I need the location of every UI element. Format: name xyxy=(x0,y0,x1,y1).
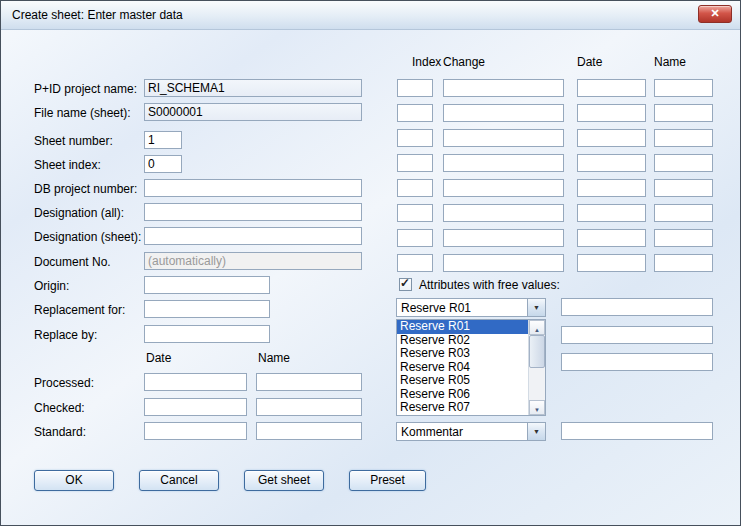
list-items: Reserve R01 Reserve R02 Reserve R03 Rese… xyxy=(397,320,529,415)
revision-row xyxy=(397,254,713,272)
replace-by-input[interactable] xyxy=(144,325,270,343)
index-header: Index xyxy=(412,55,441,69)
revision-name-input[interactable] xyxy=(654,179,713,197)
revision-change-input[interactable] xyxy=(443,79,564,97)
list-item-reserve-r01[interactable]: Reserve R01 xyxy=(397,320,529,334)
file-name-label: File name (sheet): xyxy=(34,106,131,120)
name-header: Name xyxy=(654,55,686,69)
list-item-reserve-r05[interactable]: Reserve R05 xyxy=(397,374,529,388)
revision-date-input[interactable] xyxy=(577,204,646,222)
comment-value-input[interactable] xyxy=(561,422,713,440)
revision-name-input[interactable] xyxy=(654,254,713,272)
designation-sheet-input[interactable] xyxy=(144,227,362,245)
revision-name-input[interactable] xyxy=(654,79,713,97)
date-header: Date xyxy=(577,55,602,69)
revision-name-input[interactable] xyxy=(654,129,713,147)
free-values-combo-value: Reserve R01 xyxy=(401,301,526,315)
revision-date-input[interactable] xyxy=(577,229,646,247)
scroll-up-icon: ▲ xyxy=(534,327,540,333)
free-value-input-2[interactable] xyxy=(561,326,713,344)
list-item-reserve-r02[interactable]: Reserve R02 xyxy=(397,334,529,348)
revision-date-input[interactable] xyxy=(577,254,646,272)
designation-all-input[interactable] xyxy=(144,203,362,221)
list-item-reserve-r03[interactable]: Reserve R03 xyxy=(397,347,529,361)
checked-name-input[interactable] xyxy=(256,398,362,416)
ok-button[interactable]: OK xyxy=(34,470,114,491)
revision-change-input[interactable] xyxy=(443,204,564,222)
revision-index-input[interactable] xyxy=(397,229,433,247)
free-value-input-1[interactable] xyxy=(561,298,713,316)
revision-change-input[interactable] xyxy=(443,179,564,197)
sheet-index-label: Sheet index: xyxy=(34,158,101,172)
attributes-checkbox[interactable]: ✓ xyxy=(399,278,412,291)
replacement-for-input[interactable] xyxy=(144,300,270,318)
cancel-button[interactable]: Cancel xyxy=(139,470,219,491)
sheet-number-input[interactable] xyxy=(144,131,182,149)
sheet-index-input[interactable] xyxy=(144,155,182,173)
revision-date-input[interactable] xyxy=(577,104,646,122)
list-scrollbar[interactable]: ▲ ▼ xyxy=(528,320,545,415)
checked-date-input[interactable] xyxy=(144,398,247,416)
create-sheet-dialog: Create sheet: Enter master data ✕ P+ID p… xyxy=(0,0,741,526)
free-value-input-3[interactable] xyxy=(561,353,713,371)
pid-project-name-input[interactable] xyxy=(144,79,362,97)
combo-dropdown-button[interactable]: ▼ xyxy=(527,299,545,316)
get-sheet-button[interactable]: Get sheet xyxy=(244,470,324,491)
revision-change-input[interactable] xyxy=(443,229,564,247)
list-item-reserve-r06[interactable]: Reserve R06 xyxy=(397,388,529,402)
close-icon: ✕ xyxy=(710,7,719,19)
revision-date-input[interactable] xyxy=(577,129,646,147)
free-values-list: Reserve R01 Reserve R02 Reserve R03 Rese… xyxy=(396,319,546,416)
scroll-down-icon: ▼ xyxy=(534,407,540,413)
revision-index-input[interactable] xyxy=(397,129,433,147)
processed-name-input[interactable] xyxy=(256,373,362,391)
revision-row xyxy=(397,104,713,122)
title-bar[interactable]: Create sheet: Enter master data ✕ xyxy=(1,1,740,30)
replace-by-label: Replace by: xyxy=(34,328,97,342)
dialog-title: Create sheet: Enter master data xyxy=(12,8,183,22)
comment-combo-value: Kommentar xyxy=(401,425,526,439)
standard-date-input[interactable] xyxy=(144,422,247,440)
revision-change-input[interactable] xyxy=(443,154,564,172)
revision-index-input[interactable] xyxy=(397,179,433,197)
revision-change-input[interactable] xyxy=(443,104,564,122)
revision-index-input[interactable] xyxy=(397,104,433,122)
revision-date-input[interactable] xyxy=(577,154,646,172)
preset-button[interactable]: Preset xyxy=(349,470,426,491)
free-values-combo[interactable]: Reserve R01 ▼ xyxy=(396,298,546,317)
chevron-down-icon: ▼ xyxy=(533,428,540,435)
revision-row xyxy=(397,179,713,197)
revision-name-input[interactable] xyxy=(654,229,713,247)
document-no-input xyxy=(144,252,362,270)
revision-date-input[interactable] xyxy=(577,179,646,197)
revision-name-input[interactable] xyxy=(654,154,713,172)
origin-input[interactable] xyxy=(144,276,270,294)
revision-name-input[interactable] xyxy=(654,204,713,222)
revision-table xyxy=(397,79,713,279)
list-item-reserve-r04[interactable]: Reserve R04 xyxy=(397,361,529,375)
scroll-down-button[interactable]: ▼ xyxy=(529,400,545,415)
combo-dropdown-button[interactable]: ▼ xyxy=(527,423,545,440)
revision-date-input[interactable] xyxy=(577,79,646,97)
chevron-down-icon: ▼ xyxy=(533,304,540,311)
list-item-reserve-r07[interactable]: Reserve R07 xyxy=(397,401,529,415)
left-name-header: Name xyxy=(258,351,290,365)
revision-change-input[interactable] xyxy=(443,129,564,147)
file-name-input[interactable] xyxy=(144,103,362,121)
scroll-up-button[interactable]: ▲ xyxy=(529,320,545,335)
close-button[interactable]: ✕ xyxy=(698,5,732,23)
designation-sheet-label: Designation (sheet): xyxy=(34,230,141,244)
revision-name-input[interactable] xyxy=(654,104,713,122)
revision-index-input[interactable] xyxy=(397,204,433,222)
revision-index-input[interactable] xyxy=(397,79,433,97)
comment-combo[interactable]: Kommentar ▼ xyxy=(396,422,546,441)
db-project-number-input[interactable] xyxy=(144,179,362,197)
processed-label: Processed: xyxy=(34,376,94,390)
revision-index-input[interactable] xyxy=(397,154,433,172)
revision-change-input[interactable] xyxy=(443,254,564,272)
processed-date-input[interactable] xyxy=(144,373,247,391)
scrollbar-thumb[interactable] xyxy=(529,335,545,368)
replacement-for-label: Replacement for: xyxy=(34,303,125,317)
standard-name-input[interactable] xyxy=(256,422,362,440)
revision-index-input[interactable] xyxy=(397,254,433,272)
